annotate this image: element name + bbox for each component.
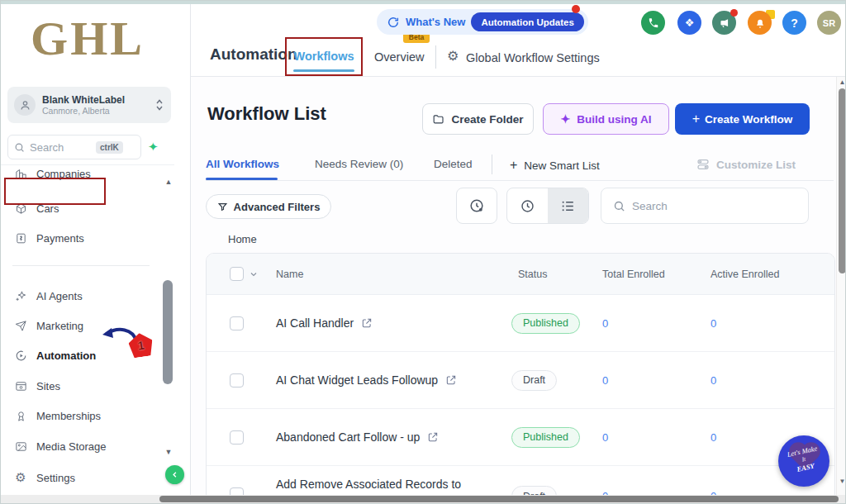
- status-badge: Published: [511, 313, 580, 334]
- table-row[interactable]: AI Call Handler Published 0 0: [207, 295, 834, 352]
- search-icon: [14, 142, 25, 153]
- sidebar-item-ai-agents[interactable]: AI Agents: [1, 285, 163, 307]
- sidebar-item-marketing[interactable]: Marketing: [1, 315, 163, 336]
- sidebar-item-settings[interactable]: ⚙ Settings: [1, 467, 163, 488]
- sidebar-scroll-down-icon[interactable]: ▼: [162, 448, 175, 456]
- column-header-status[interactable]: Status: [511, 269, 602, 280]
- global-workflow-settings-link[interactable]: Global Workflow Settings: [466, 51, 600, 64]
- workflow-name[interactable]: Add Remove Associated Records to: [276, 478, 461, 491]
- sidebar-item-sites[interactable]: Sites: [1, 375, 163, 397]
- workflow-name[interactable]: AI Call Handler: [276, 316, 354, 330]
- create-workflow-button[interactable]: + Create Workflow: [675, 103, 810, 135]
- build-using-ai-button[interactable]: ✦ Build using AI: [543, 103, 669, 135]
- banknote-icon: [14, 231, 27, 245]
- vertical-scrollbar[interactable]: ▲ ▼: [836, 77, 846, 497]
- sidebar-item-memberships[interactable]: Memberships: [1, 405, 163, 426]
- row-checkbox[interactable]: [230, 316, 244, 330]
- folder-icon: [432, 113, 444, 126]
- vertical-scrollbar-thumb[interactable]: [839, 88, 846, 273]
- window-top-strip: [1, 1, 845, 4]
- tab-deleted[interactable]: Deleted: [434, 158, 473, 170]
- timeline-view-button[interactable]: [507, 188, 548, 223]
- customize-icon: [696, 158, 710, 171]
- apps-button[interactable]: ❖: [677, 11, 701, 35]
- sidebar-item-cars[interactable]: Cars: [1, 197, 163, 219]
- user-avatar[interactable]: SR: [817, 11, 841, 35]
- sidebar-search-input[interactable]: [30, 141, 91, 154]
- whats-new-pill[interactable]: What's New Automation Updates: [377, 9, 588, 35]
- search-icon: [613, 200, 625, 212]
- sidebar-item-label: Marketing: [36, 320, 83, 332]
- sidebar-item-payments[interactable]: Payments: [1, 227, 163, 249]
- megaphone-icon: [719, 17, 730, 29]
- row-checkbox[interactable]: [230, 430, 244, 445]
- quick-actions-icon[interactable]: ✦: [148, 140, 159, 155]
- scroll-up-icon[interactable]: ▲: [837, 78, 846, 86]
- notifications-button[interactable]: [748, 11, 772, 35]
- table-row[interactable]: Abandoned Cart Follow - up Published 0 0: [207, 409, 834, 466]
- active-enrolled-count[interactable]: 0: [711, 431, 716, 444]
- horizontal-scrollbar[interactable]: [1, 495, 845, 503]
- list-view-button[interactable]: [548, 188, 588, 223]
- image-icon: [14, 440, 27, 453]
- workflow-search[interactable]: [601, 188, 809, 224]
- account-switcher[interactable]: Blank WhiteLabel Canmore, Alberta: [7, 87, 171, 123]
- sidebar-item-media-storage[interactable]: Media Storage: [1, 435, 163, 457]
- workflow-name[interactable]: AI Chat Widget Leads Followup: [276, 373, 438, 387]
- lets-make-it-easy-badge[interactable]: Let's Make It EASY: [778, 435, 829, 487]
- external-link-icon[interactable]: [445, 374, 457, 386]
- sidebar-collapse-button[interactable]: [165, 465, 184, 484]
- row-checkbox[interactable]: [230, 373, 244, 388]
- sidebar-item-companies[interactable]: Companies: [1, 168, 163, 184]
- tab-needs-review[interactable]: Needs Review (0): [315, 158, 403, 170]
- browser-icon: [14, 379, 27, 392]
- announcements-button[interactable]: [712, 11, 736, 35]
- column-header-total-enrolled[interactable]: Total Enrolled: [602, 269, 711, 280]
- total-enrolled-count[interactable]: 0: [602, 374, 608, 387]
- tab-overview[interactable]: Overview: [374, 50, 424, 64]
- breadcrumb[interactable]: Home: [228, 233, 257, 245]
- enrollment-history-button[interactable]: [456, 188, 497, 224]
- phone-button[interactable]: [641, 11, 665, 35]
- chevron-down-icon[interactable]: [249, 269, 259, 279]
- send-icon: [14, 319, 27, 332]
- tab-workflows[interactable]: Workflows: [292, 50, 356, 63]
- sidebar-scrollbar-thumb[interactable]: [163, 280, 173, 384]
- scroll-down-icon[interactable]: ▼: [837, 478, 846, 485]
- workflow-search-input[interactable]: [632, 200, 796, 212]
- sidebar-item-automation[interactable]: Automation: [1, 345, 163, 366]
- account-avatar-icon: [14, 94, 36, 116]
- workflow-list-title: Workflow List: [207, 103, 326, 125]
- total-enrolled-count[interactable]: 0: [602, 431, 608, 444]
- external-link-icon[interactable]: [361, 317, 373, 329]
- column-header-active-enrolled[interactable]: Active Enrolled: [711, 269, 834, 280]
- history-clock-icon: [468, 197, 485, 214]
- active-enrolled-count[interactable]: 0: [711, 317, 716, 330]
- header-divider: [435, 45, 436, 69]
- sidebar-item-label: Cars: [36, 202, 59, 215]
- horizontal-scrollbar-thumb[interactable]: [159, 496, 839, 502]
- new-smart-list-button[interactable]: + New Smart List: [510, 158, 600, 173]
- customize-list-button[interactable]: Customize List: [696, 158, 796, 171]
- external-link-icon[interactable]: [427, 431, 439, 443]
- active-enrolled-count[interactable]: 0: [711, 374, 716, 387]
- sidebar-scroll-up-icon[interactable]: ▲: [162, 178, 175, 186]
- total-enrolled-count[interactable]: 0: [602, 317, 608, 330]
- automation-play-icon: [14, 349, 27, 362]
- table-row[interactable]: AI Chat Widget Leads Followup Draft 0 0: [207, 352, 834, 409]
- sidebar-section-divider: [12, 265, 150, 266]
- companies-icon: [14, 168, 27, 180]
- avatar-initials: SR: [823, 18, 835, 28]
- notification-dot: [572, 5, 580, 13]
- sidebar-search[interactable]: ctrlK: [7, 135, 141, 159]
- agency-logo: GHL: [1, 11, 174, 66]
- cube-icon: [14, 202, 27, 215]
- automation-updates-badge[interactable]: Automation Updates: [471, 12, 583, 31]
- help-button[interactable]: ?: [782, 11, 806, 35]
- column-header-name[interactable]: Name: [269, 269, 511, 280]
- advanced-filters-button[interactable]: Advanced Filters: [206, 194, 331, 219]
- select-all-checkbox[interactable]: [230, 267, 244, 281]
- workflow-name[interactable]: Abandoned Cart Follow - up: [276, 430, 420, 444]
- tab-all-workflows[interactable]: All Workflows: [206, 158, 279, 170]
- create-folder-button[interactable]: Create Folder: [422, 103, 534, 135]
